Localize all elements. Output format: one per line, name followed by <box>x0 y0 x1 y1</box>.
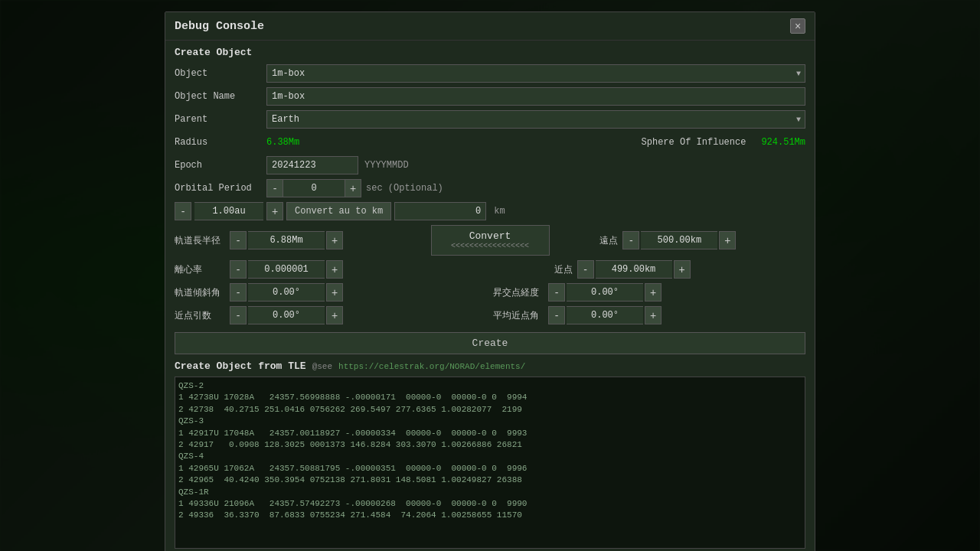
epoch-input[interactable] <box>266 156 358 174</box>
parent-row: Parent Earth Moon Mars <box>175 110 805 129</box>
eccentricity-group: 離心率 - + <box>175 260 431 279</box>
arg-peri-row: 近点引数 - + 平均近点角 - + <box>175 306 805 324</box>
arg-peri-input[interactable] <box>248 306 325 324</box>
semi-major-row: 軌道長半径 - + Convert <<<<<<<<<<<<<<<<< 遠点 -… <box>175 225 805 256</box>
inclination-minus-btn[interactable]: - <box>230 283 247 302</box>
semi-major-input[interactable] <box>248 231 325 249</box>
convert-au-btn[interactable]: Convert au to km <box>286 202 391 220</box>
orbital-period-plus-btn[interactable]: + <box>345 179 361 197</box>
periapsis-plus-btn[interactable]: + <box>674 260 691 279</box>
object-name-row: Object Name <box>175 87 805 106</box>
eccentricity-minus-btn[interactable]: - <box>230 260 247 279</box>
object-name-label: Object Name <box>175 91 266 102</box>
tle-see-label: @see <box>312 362 332 371</box>
tle-header: Create Object from TLE @see https://cele… <box>175 360 805 372</box>
au-row: - + Convert au to km km <box>175 202 805 220</box>
eccentricity-plus-btn[interactable]: + <box>326 260 343 279</box>
orbital-period-group: - + sec (Optional) <box>266 179 443 197</box>
inclination-plus-btn[interactable]: + <box>326 283 343 302</box>
convert-popup: Convert <<<<<<<<<<<<<<<<< <box>431 225 550 256</box>
object-select-wrapper: 1m-box 10m-box satellite <box>266 64 805 83</box>
parent-select[interactable]: Earth Moon Mars <box>266 110 805 129</box>
apoapsis-input[interactable] <box>641 231 717 249</box>
orbital-period-input[interactable] <box>283 179 345 197</box>
asc-node-minus-btn[interactable]: - <box>548 283 565 302</box>
object-row: Object 1m-box 10m-box satellite <box>175 64 805 83</box>
soi-group: Sphere Of Influence 924.51Mm <box>642 137 805 148</box>
radius-soi-row: Radius 6.38Mm Sphere Of Influence 924.51… <box>175 133 805 152</box>
tle-textarea[interactable] <box>175 377 805 549</box>
orbital-period-minus-btn[interactable]: - <box>266 179 283 197</box>
object-name-input[interactable] <box>266 87 805 106</box>
arg-peri-plus-btn[interactable]: + <box>326 306 343 324</box>
mean-anomaly-input[interactable] <box>567 306 643 324</box>
object-label: Object <box>175 68 266 79</box>
epoch-format: YYYYMMDD <box>364 160 409 171</box>
eccentricity-row: 離心率 - + 近点 - + <box>175 260 805 279</box>
eccentricity-label: 離心率 <box>175 263 228 276</box>
mean-anomaly-plus-btn[interactable]: + <box>645 306 662 324</box>
soi-value: 924.51Mm <box>761 137 805 148</box>
apoapsis-group: 遠点 - + <box>595 231 805 249</box>
convert-btn-label: Convert <box>439 230 541 242</box>
au-minus-btn[interactable]: - <box>175 202 191 220</box>
soi-label: Sphere Of Influence <box>642 137 746 148</box>
semi-major-minus-btn[interactable]: - <box>230 231 247 249</box>
object-select[interactable]: 1m-box 10m-box satellite <box>266 64 805 83</box>
modal-header: Debug Console × <box>165 12 815 41</box>
create-object-title: Create Object <box>175 47 805 58</box>
arg-peri-minus-btn[interactable]: - <box>230 306 247 324</box>
convert-arrows: <<<<<<<<<<<<<<<<< <box>439 242 541 250</box>
orbital-period-unit: sec (Optional) <box>366 183 443 194</box>
inclination-row: 軌道傾斜角 - + 昇交点経度 - + <box>175 283 805 302</box>
parent-label: Parent <box>175 114 266 125</box>
asc-node-plus-btn[interactable]: + <box>645 283 662 302</box>
apoapsis-plus-btn[interactable]: + <box>719 231 736 249</box>
epoch-label: Epoch <box>175 160 266 171</box>
periapsis-minus-btn[interactable]: - <box>577 260 594 279</box>
mean-anomaly-minus-btn[interactable]: - <box>548 306 565 324</box>
periapsis-group: 近点 - + <box>550 260 806 279</box>
tle-url-link[interactable]: https://celestrak.org/NORAD/elements/ <box>338 362 525 371</box>
mean-anomaly-label: 平均近点角 <box>493 309 547 322</box>
epoch-row: Epoch YYYYMMDD <box>175 156 805 174</box>
arg-peri-label: 近点引数 <box>175 309 228 322</box>
orbital-period-row: Orbital Period - + sec (Optional) <box>175 179 805 197</box>
radius-label: Radius <box>175 137 266 148</box>
semi-major-plus-btn[interactable]: + <box>326 231 343 249</box>
au-plus-btn[interactable]: + <box>266 202 283 220</box>
orbital-period-label: Orbital Period <box>175 183 266 194</box>
inclination-group: 軌道傾斜角 - + <box>175 283 487 302</box>
radius-value: 6.38Mm <box>266 137 299 148</box>
inclination-input[interactable] <box>248 283 325 302</box>
semi-major-group: 軌道長半径 - + <box>175 231 385 249</box>
periapsis-label: 近点 <box>550 263 573 276</box>
debug-console-modal: Debug Console × Create Object Object 1m-… <box>165 11 815 551</box>
parent-select-wrapper: Earth Moon Mars <box>266 110 805 129</box>
tle-section-title: Create Object from TLE <box>175 360 306 372</box>
eccentricity-input[interactable] <box>248 260 325 279</box>
create-button[interactable]: Create <box>175 332 805 354</box>
periapsis-input[interactable] <box>596 260 672 279</box>
convert-section: Convert <<<<<<<<<<<<<<<<< <box>385 225 596 256</box>
asc-node-group: 昇交点経度 - + <box>493 283 805 302</box>
asc-node-label: 昇交点経度 <box>493 286 547 299</box>
mean-anomaly-group: 平均近点角 - + <box>493 306 805 324</box>
km-result-input[interactable] <box>394 202 486 220</box>
inclination-label: 軌道傾斜角 <box>175 286 228 299</box>
km-unit: km <box>494 206 505 217</box>
au-input[interactable] <box>194 202 263 220</box>
modal-body: Create Object Object 1m-box 10m-box sate… <box>165 41 815 551</box>
close-button[interactable]: × <box>790 18 805 34</box>
asc-node-input[interactable] <box>567 283 643 302</box>
semi-major-label: 軌道長半径 <box>175 234 228 247</box>
apoapsis-label: 遠点 <box>595 234 618 247</box>
modal-title: Debug Console <box>175 20 264 33</box>
apoapsis-minus-btn[interactable]: - <box>622 231 639 249</box>
arg-peri-group: 近点引数 - + <box>175 306 487 324</box>
